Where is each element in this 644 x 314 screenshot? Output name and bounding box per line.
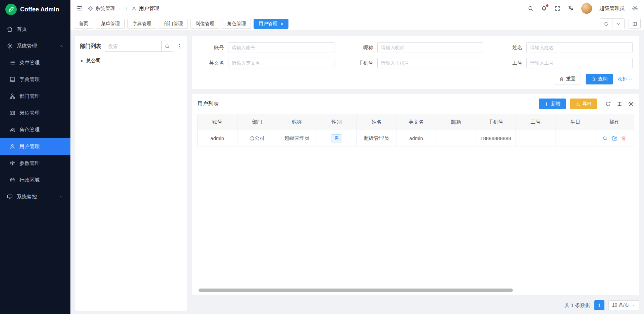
sidebar-item-label: 行政区域 — [19, 177, 40, 183]
column-settings-icon[interactable] — [616, 101, 623, 107]
sidebar-item-param-mgmt[interactable]: 参数管理 — [0, 155, 70, 172]
page-number-button[interactable]: 1 — [594, 300, 604, 310]
table-settings-gear-icon[interactable] — [628, 101, 634, 107]
refresh-icon[interactable] — [600, 19, 612, 29]
tab-label: 角色管理 — [227, 21, 246, 27]
reset-button[interactable]: 重置 — [554, 74, 581, 84]
tab-post-mgmt[interactable]: 岗位管理 — [191, 19, 219, 29]
tab-label: 字典管理 — [132, 21, 151, 27]
tab-dict-mgmt[interactable]: 字典管理 — [127, 19, 156, 29]
col-work-no: 工号 — [516, 114, 555, 130]
app-logo[interactable]: Coffee Admin — [0, 0, 70, 19]
tab-home[interactable]: 首页 — [74, 19, 93, 29]
sidebar-item-user-mgmt[interactable]: 用户管理 — [0, 138, 70, 155]
edit-row-icon[interactable] — [612, 136, 617, 141]
tab-dept-mgmt[interactable]: 部门管理 — [159, 19, 188, 29]
table-header-row: 账号 部门 昵称 性别 姓名 英文名 邮箱 手机号 工号 生日 操作 — [198, 114, 634, 130]
department-search-button[interactable] — [161, 41, 173, 51]
more-options-icon[interactable] — [176, 43, 182, 49]
cell-work-no — [516, 130, 555, 146]
collapse-sidebar-icon[interactable] — [76, 5, 83, 11]
sidebar-item-dict-mgmt[interactable]: 字典管理 — [0, 71, 70, 88]
sidebar-item-label: 角色管理 — [19, 127, 40, 133]
chevron-down-icon[interactable] — [612, 19, 624, 29]
tab-label: 部门管理 — [164, 21, 183, 27]
horizontal-scrollbar-thumb[interactable] — [199, 289, 513, 292]
fullscreen-icon[interactable] — [554, 5, 560, 11]
cell-department: 总公司 — [237, 130, 277, 146]
sidebar-item-home[interactable]: 首页 — [0, 21, 70, 38]
chevron-down-icon — [118, 7, 121, 10]
pagination-total: 共 1 条数据 — [565, 302, 590, 309]
avatar[interactable] — [581, 3, 592, 14]
sidebar: Coffee Admin 首页 系统管理 菜单管理 字典管理 部门管理 — [0, 0, 70, 314]
content-fullscreen-icon[interactable] — [629, 19, 641, 29]
collapse-form-button[interactable]: 收起 — [618, 76, 633, 82]
person-icon — [9, 143, 15, 149]
monitor-icon — [7, 194, 13, 200]
work-no-input[interactable] — [526, 58, 633, 68]
name-input[interactable] — [526, 42, 633, 53]
tree-node-head-office[interactable]: 总公司 — [80, 57, 182, 65]
nickname-input[interactable] — [377, 42, 484, 53]
field-label: 手机号 — [348, 60, 373, 66]
sidebar-item-label: 部门管理 — [19, 93, 40, 100]
sidebar-item-role-mgmt[interactable]: 角色管理 — [0, 121, 70, 138]
sidebar-item-menu-mgmt[interactable]: 菜单管理 — [0, 54, 70, 71]
org-chart-icon — [9, 93, 15, 99]
account-input[interactable] — [228, 42, 334, 53]
sidebar-item-label: 系统监控 — [17, 194, 37, 200]
add-user-button[interactable]: 新增 — [539, 99, 566, 109]
sidebar-item-post-mgmt[interactable]: 岗位管理 — [0, 105, 70, 121]
refresh-table-icon[interactable] — [605, 101, 611, 107]
add-button-label: 新增 — [551, 101, 560, 107]
tab-user-mgmt[interactable]: 用户管理 × — [254, 19, 288, 29]
notification-bell-icon[interactable] — [541, 5, 547, 11]
tab-label: 岗位管理 — [196, 21, 214, 27]
tab-label: 用户管理 — [259, 21, 277, 27]
user-name[interactable]: 超级管理员 — [599, 5, 625, 12]
tab-controls — [600, 18, 641, 29]
cell-nickname: 超级管理员 — [277, 130, 317, 146]
pagination: 共 1 条数据 1 10 条/页 — [192, 300, 639, 311]
view-row-icon[interactable] — [602, 136, 608, 141]
department-search-input[interactable] — [105, 41, 161, 51]
search-icon[interactable] — [528, 5, 534, 11]
tab-role-mgmt[interactable]: 角色管理 — [222, 19, 251, 29]
query-button[interactable]: 查询 — [586, 74, 613, 84]
sidebar-item-monitor[interactable]: 系统监控 — [0, 188, 70, 205]
table-row[interactable]: admin 总公司 超级管理员 男 超级管理员 admin 1888888888… — [198, 130, 634, 146]
tab-menu-mgmt[interactable]: 菜单管理 — [96, 19, 125, 29]
page-size-select[interactable]: 10 条/页 — [608, 300, 639, 310]
delete-row-icon[interactable] — [621, 136, 627, 141]
trash-icon — [559, 77, 564, 82]
phone-input[interactable] — [377, 58, 484, 68]
sidebar-item-label: 首页 — [17, 26, 27, 33]
english-name-input[interactable] — [228, 58, 334, 68]
id-card-icon — [9, 110, 15, 116]
sidebar-item-dept-mgmt[interactable]: 部门管理 — [0, 88, 70, 105]
list-icon — [9, 60, 15, 66]
main-column: 账号 昵称 姓名 英文名 — [192, 36, 639, 311]
search-form-card: 账号 昵称 姓名 英文名 — [192, 36, 639, 89]
caret-right-icon[interactable] — [81, 60, 83, 62]
sidebar-item-region-mgmt[interactable]: 行政区域 — [0, 172, 70, 188]
chevron-down-icon — [59, 194, 64, 199]
chevron-up-icon — [59, 44, 64, 48]
sidebar-item-label: 岗位管理 — [19, 110, 40, 116]
search-icon — [591, 77, 596, 82]
department-tree: 总公司 — [80, 57, 182, 65]
translate-icon[interactable] — [568, 5, 574, 11]
close-icon[interactable]: × — [280, 21, 283, 26]
user-table: 账号 部门 昵称 性别 姓名 英文名 邮箱 手机号 工号 生日 操作 — [197, 114, 634, 146]
col-english-name: 英文名 — [396, 114, 436, 130]
settings-gear-icon[interactable] — [632, 5, 638, 11]
book-icon — [9, 76, 15, 82]
export-button[interactable]: 导出 — [570, 99, 597, 109]
field-label: 英文名 — [199, 60, 224, 66]
sidebar-item-label: 系统管理 — [17, 43, 37, 49]
sidebar-item-system[interactable]: 系统管理 — [0, 38, 70, 54]
col-account: 账号 — [198, 114, 237, 130]
breadcrumb-section[interactable]: 系统管理 — [95, 5, 115, 12]
user-list-title: 用户列表 — [197, 101, 219, 108]
